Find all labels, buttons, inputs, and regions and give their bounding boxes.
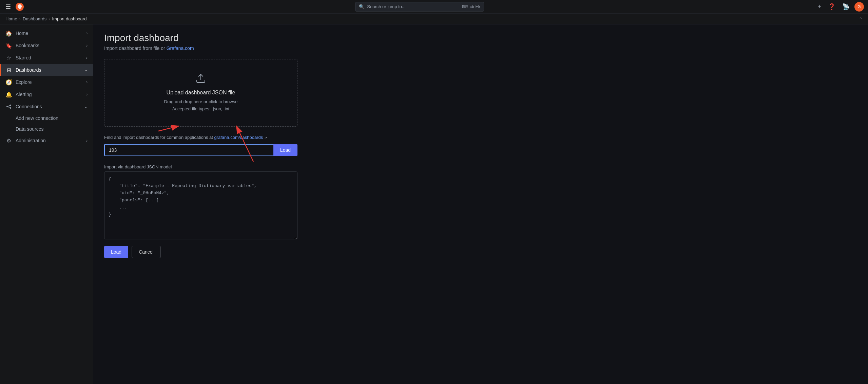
sidebar-item-administration-label: Administration xyxy=(16,138,46,143)
administration-icon: ⚙ xyxy=(5,137,12,144)
sidebar-sub-item-data-sources[interactable]: Data sources xyxy=(0,124,93,134)
grafana-dashboards-link[interactable]: grafana.com/dashboards xyxy=(214,135,263,140)
plus-button[interactable]: + xyxy=(815,2,823,12)
svg-line-8 xyxy=(158,126,179,131)
dashboards-icon: ⊞ xyxy=(5,67,12,73)
bottom-buttons: Load Cancel xyxy=(104,246,297,258)
upload-title: Upload dashboard JSON file xyxy=(118,90,284,96)
alerting-icon: 🔔 xyxy=(5,91,12,98)
topbar-left: ☰ xyxy=(4,2,24,11)
explore-icon: 🧭 xyxy=(5,79,12,86)
sidebar-item-connections[interactable]: Connections ⌄ xyxy=(0,100,93,113)
bottom-load-button[interactable]: Load xyxy=(104,246,128,258)
search-bar: 🔍 Search or jump to... ⌨ ctrl+k xyxy=(24,2,815,12)
sidebar-sub-add-connection-label: Add new connection xyxy=(16,115,58,121)
bookmarks-icon: 🔖 xyxy=(5,42,12,49)
svg-point-3 xyxy=(10,107,11,109)
topbar-right: + ❓ 📡 G xyxy=(815,2,864,12)
sidebar-item-connections-label: Connections xyxy=(16,104,42,109)
grafana-logo xyxy=(16,3,24,11)
page-title: Import dashboard xyxy=(104,33,857,43)
sidebar-item-administration[interactable]: ⚙ Administration › xyxy=(0,134,93,147)
import-label-text: Find and import dashboards for common ap… xyxy=(104,135,214,140)
chevron-right-icon-6: › xyxy=(86,138,88,143)
help-button[interactable]: ❓ xyxy=(826,2,837,12)
page-subtitle: Import dashboard from file or Grafana.co… xyxy=(104,45,857,51)
svg-line-5 xyxy=(8,107,10,108)
chevron-right-icon-3: › xyxy=(86,55,88,60)
sidebar-sub-data-sources-label: Data sources xyxy=(16,126,43,132)
layout: 🏠 Home › 🔖 Bookmarks › ☆ Starred › ⊞ Das… xyxy=(0,24,868,384)
import-id-label: Find and import dashboards for common ap… xyxy=(104,135,857,140)
upload-hint-line2: Accepted file types: .json, .txt xyxy=(118,106,284,113)
sidebar-item-alerting[interactable]: 🔔 Alerting › xyxy=(0,88,93,100)
help-icon: ❓ xyxy=(828,3,835,11)
sidebar-item-alerting-label: Alerting xyxy=(16,92,32,97)
news-button[interactable]: 📡 xyxy=(840,2,852,12)
chevron-right-icon-4: › xyxy=(86,80,88,85)
dashboard-id-input[interactable] xyxy=(104,144,273,156)
svg-line-4 xyxy=(8,105,10,107)
chevron-down-icon: ⌄ xyxy=(84,68,88,72)
breadcrumb-home[interactable]: Home xyxy=(5,16,17,21)
breadcrumb-sep-2: › xyxy=(49,16,50,21)
svg-point-1 xyxy=(6,106,8,107)
avatar[interactable]: G xyxy=(854,2,864,12)
sidebar-item-dashboards-label: Dashboards xyxy=(16,67,41,73)
home-icon: 🏠 xyxy=(5,30,12,37)
sidebar-sub-item-add-connection[interactable]: Add new connection xyxy=(0,113,93,124)
sidebar: 🏠 Home › 🔖 Bookmarks › ☆ Starred › ⊞ Das… xyxy=(0,24,93,384)
sidebar-item-bookmarks[interactable]: 🔖 Bookmarks › xyxy=(0,39,93,52)
search-placeholder: Search or jump to... xyxy=(367,4,405,9)
breadcrumb-current: Import dashboard xyxy=(52,16,86,21)
rss-icon: 📡 xyxy=(842,3,850,11)
chevron-right-icon: › xyxy=(86,31,88,36)
sidebar-item-explore-label: Explore xyxy=(16,79,32,85)
connections-icon xyxy=(5,103,12,110)
sidebar-item-home-label: Home xyxy=(16,31,28,36)
chevron-right-icon-2: › xyxy=(86,43,88,48)
upload-hint-line1: Drag and drop here or click to browse xyxy=(118,98,284,106)
search-icon: 🔍 xyxy=(359,4,364,9)
svg-point-2 xyxy=(10,105,11,106)
breadcrumb: Home › Dashboards › Import dashboard ⌃ xyxy=(0,14,868,24)
search-input-wrap[interactable]: 🔍 Search or jump to... ⌨ ctrl+k xyxy=(355,2,484,12)
chevron-up-icon: ⌃ xyxy=(859,17,863,22)
json-model-label: Import via dashboard JSON model xyxy=(104,164,857,169)
upload-icon xyxy=(118,73,284,86)
subtitle-text: Import dashboard from file or xyxy=(104,45,167,51)
sidebar-item-bookmarks-label: Bookmarks xyxy=(16,43,39,48)
collapse-button[interactable]: ⌃ xyxy=(859,16,863,22)
hamburger-button[interactable]: ☰ xyxy=(4,2,12,11)
plus-icon: + xyxy=(817,3,821,10)
upload-zone[interactable]: Upload dashboard JSON file Drag and drop… xyxy=(104,59,297,127)
search-shortcut: ⌨ ctrl+k xyxy=(462,4,480,9)
chevron-down-icon-2: ⌄ xyxy=(84,104,88,109)
grafana-com-link[interactable]: Grafana.com xyxy=(167,45,194,51)
cancel-button[interactable]: Cancel xyxy=(132,246,161,258)
chevron-right-icon-5: › xyxy=(86,92,88,97)
sidebar-item-explore[interactable]: 🧭 Explore › xyxy=(0,76,93,88)
sidebar-item-home[interactable]: 🏠 Home › xyxy=(0,27,93,39)
sidebar-item-dashboards[interactable]: ⊞ Dashboards ⌄ xyxy=(0,64,93,76)
id-input-row: Load xyxy=(104,144,297,156)
topbar: ☰ 🔍 Search or jump to... ⌨ ctrl+k + ❓ 📡 … xyxy=(0,0,868,14)
load-button[interactable]: Load xyxy=(273,144,297,156)
breadcrumb-sep-1: › xyxy=(19,16,21,21)
sidebar-item-starred[interactable]: ☆ Starred › xyxy=(0,52,93,64)
star-icon: ☆ xyxy=(5,54,12,61)
sidebar-item-starred-label: Starred xyxy=(16,55,31,60)
external-link-icon: ↗ xyxy=(264,136,267,140)
json-model-textarea[interactable]: { "title": "Example - Repeating Dictiona… xyxy=(104,171,297,239)
main-wrapper: Import dashboard Import dashboard from f… xyxy=(104,33,857,258)
breadcrumb-dashboards[interactable]: Dashboards xyxy=(23,16,46,21)
main-content: Import dashboard Import dashboard from f… xyxy=(93,24,868,384)
